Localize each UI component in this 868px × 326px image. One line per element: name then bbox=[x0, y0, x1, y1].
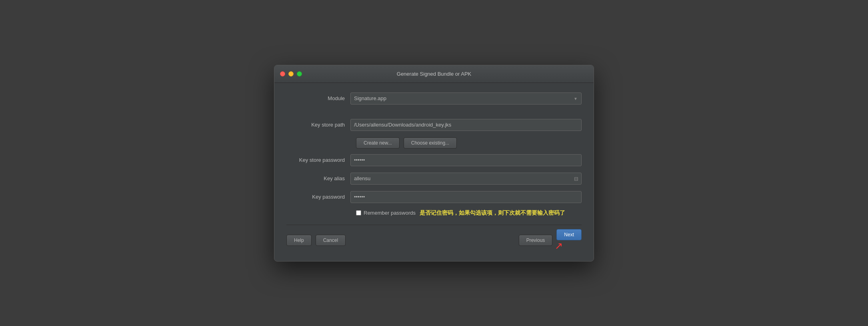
dialog-window: Generate Signed Bundle or APK Module Sig… bbox=[274, 65, 594, 262]
keystore-password-input[interactable] bbox=[350, 154, 582, 166]
footer-row: Help Cancel Previous Next ↗ bbox=[286, 225, 582, 253]
previous-button[interactable]: Previous bbox=[519, 235, 553, 246]
module-select[interactable]: Signature.app bbox=[350, 93, 582, 105]
remember-passwords-label[interactable]: Remember passwords bbox=[364, 210, 416, 216]
key-password-input[interactable] bbox=[350, 191, 582, 203]
choose-existing-button[interactable]: Choose existing... bbox=[404, 137, 457, 149]
keystore-password-label: Key store password bbox=[286, 157, 350, 163]
footer-left-buttons: Help Cancel bbox=[286, 235, 346, 246]
key-alias-input-wrapper: ⊟ bbox=[350, 173, 582, 185]
dialog-title: Generate Signed Bundle or APK bbox=[397, 71, 471, 77]
key-password-label: Key password bbox=[286, 194, 350, 200]
folder-icon[interactable]: ⊟ bbox=[574, 175, 578, 181]
traffic-lights bbox=[280, 71, 302, 76]
remember-passwords-checkbox[interactable] bbox=[356, 210, 361, 215]
create-new-button[interactable]: Create new... bbox=[356, 137, 400, 149]
remember-passwords-row: Remember passwords 是否记住密码，如果勾选该项，则下次就不需要… bbox=[356, 209, 582, 217]
key-alias-input[interactable] bbox=[350, 173, 582, 185]
keystore-path-label: Key store path bbox=[286, 122, 350, 128]
keystore-path-input[interactable] bbox=[350, 119, 582, 131]
next-button-wrapper: Next ↗ bbox=[556, 229, 582, 252]
annotation-text: 是否记住密码，如果勾选该项，则下次就不需要输入密码了 bbox=[420, 209, 565, 217]
cancel-button[interactable]: Cancel bbox=[316, 235, 346, 246]
keystore-password-row: Key store password bbox=[286, 154, 582, 166]
module-label: Module bbox=[286, 95, 350, 101]
dialog-body: Module Signature.app Key store path Crea… bbox=[274, 83, 594, 261]
next-button[interactable]: Next bbox=[556, 229, 582, 240]
footer-right-buttons: Previous Next ↗ bbox=[519, 229, 582, 252]
keystore-path-row: Key store path bbox=[286, 119, 582, 131]
maximize-button[interactable] bbox=[297, 71, 302, 76]
module-row: Module Signature.app bbox=[286, 93, 582, 105]
arrow-annotation-icon: ↗ bbox=[555, 240, 563, 251]
keystore-buttons-row: Create new... Choose existing... bbox=[356, 137, 582, 149]
key-alias-row: Key alias ⊟ bbox=[286, 173, 582, 185]
close-button[interactable] bbox=[280, 71, 285, 76]
key-password-row: Key password bbox=[286, 191, 582, 203]
key-alias-label: Key alias bbox=[286, 175, 350, 181]
help-button[interactable]: Help bbox=[286, 235, 312, 246]
module-select-wrapper: Signature.app bbox=[350, 93, 582, 105]
minimize-button[interactable] bbox=[288, 71, 294, 76]
title-bar: Generate Signed Bundle or APK bbox=[274, 65, 594, 83]
